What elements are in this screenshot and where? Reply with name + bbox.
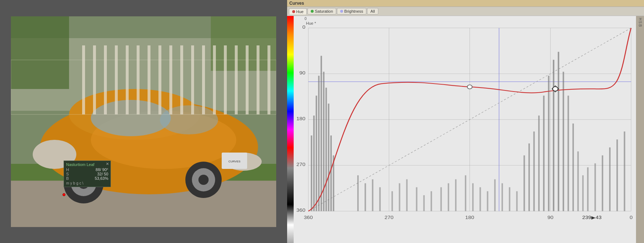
svg-rect-72 [330,135,332,211]
right-side-bar: H S B [636,16,644,243]
svg-text:0: 0 [629,215,632,220]
svg-rect-64 [311,135,312,211]
s-value: 32/ 50 [88,172,108,176]
hue-dot-icon [292,10,295,13]
svg-rect-86 [455,179,456,211]
svg-rect-81 [416,187,417,211]
b-value: 53,63% [88,176,108,181]
image-canvas[interactable]: CURVES [11,16,276,227]
svg-text:180: 180 [465,215,474,220]
s-label: S [66,172,86,176]
letter-c: c [79,181,81,185]
svg-text:0: 0 [302,25,305,29]
letter-b2: b [73,181,75,185]
svg-rect-88 [472,183,474,211]
svg-rect-85 [448,183,449,211]
curves-panel: Curves Hue Saturation Brightness All 0 H… [287,0,644,243]
svg-text:360: 360 [304,215,313,220]
svg-point-16 [198,175,209,185]
svg-rect-77 [379,187,381,211]
svg-rect-96 [528,143,530,211]
graph-top-label: 0 [305,17,307,21]
svg-rect-112 [616,139,618,211]
svg-rect-105 [572,123,574,211]
svg-rect-102 [558,52,559,211]
tab-saturation[interactable]: Saturation [307,8,336,15]
svg-rect-89 [479,187,481,211]
svg-text:239▶43: 239▶43 [582,215,601,220]
svg-rect-113 [624,131,625,211]
car-scene-svg: CURVES [11,16,276,227]
curves-svg: 0 90 180 270 360 360 270 180 90 0 239▶43 [294,16,636,243]
h-label: H [66,167,86,172]
tab-bri-label: Brightness [344,9,363,13]
svg-point-115 [553,87,558,91]
tab-brightness[interactable]: Brightness [337,8,366,15]
svg-rect-83 [431,191,432,211]
svg-rect-91 [494,179,496,211]
svg-text:CURVES: CURVES [228,160,240,163]
svg-rect-68 [321,56,322,211]
tab-all[interactable]: All [367,8,378,15]
letter-g: g [76,181,79,185]
tab-all-label: All [370,9,375,13]
svg-rect-79 [399,183,400,211]
svg-text:90: 90 [547,215,553,220]
b-label: B [66,176,86,181]
svg-rect-76 [372,179,373,211]
curves-header: Curves [287,0,644,7]
tab-hue[interactable]: Hue [289,8,307,15]
svg-rect-111 [609,147,611,211]
svg-rect-65 [313,116,315,211]
svg-text:90: 90 [299,70,305,75]
svg-marker-116 [552,86,559,92]
svg-rect-84 [440,187,442,211]
svg-rect-107 [582,175,584,211]
svg-text:180: 180 [297,117,306,121]
left-panel: CURVES [0,0,287,243]
svg-rect-69 [323,72,325,211]
right-label-h: H [638,18,642,20]
svg-rect-78 [391,191,393,211]
svg-rect-93 [509,187,510,211]
svg-rect-70 [325,88,327,211]
tab-hue-label: Hue [296,9,303,14]
letter-y: y [70,181,72,185]
svg-point-114 [467,85,472,89]
svg-rect-97 [533,131,535,211]
svg-rect-73 [333,155,334,211]
svg-text:360: 360 [297,208,306,213]
curves-tabs: Hue Saturation Brightness All [287,7,644,16]
color-picker-close[interactable]: ✕ [106,162,109,166]
letter-m: m [66,181,69,185]
svg-rect-98 [538,116,540,211]
letter-bs: \ [82,181,83,185]
svg-rect-92 [502,183,503,211]
svg-rect-67 [318,76,319,211]
svg-rect-66 [316,96,317,211]
color-picker-popup: ✕ Nasturtiom Leaf H 88/ 90° S 32/ 50 B 5… [64,161,111,187]
tab-sat-label: Saturation [315,9,333,13]
svg-rect-75 [365,183,366,211]
svg-rect-101 [553,60,554,211]
car-image: CURVES [11,16,276,227]
svg-point-8 [160,105,218,134]
svg-rect-19 [11,16,69,89]
svg-rect-110 [602,155,603,211]
color-picker-values: H 88/ 90° S 32/ 50 B 53,63% [66,167,108,181]
svg-rect-94 [516,191,518,211]
svg-rect-109 [595,163,596,211]
graph-area[interactable]: 0 Hue * 0 [294,16,636,243]
h-value: 88/ 90° [88,167,108,172]
bri-dot-icon [340,10,343,13]
color-sample-dot [63,193,65,196]
sat-dot-icon [311,10,314,13]
svg-rect-82 [423,195,425,211]
svg-rect-104 [568,96,569,211]
svg-rect-103 [563,72,564,211]
svg-rect-106 [577,151,579,211]
right-label-b: B [638,24,642,27]
svg-rect-100 [548,76,550,211]
channel-label: Hue * [306,21,316,25]
svg-text:270: 270 [385,215,394,220]
